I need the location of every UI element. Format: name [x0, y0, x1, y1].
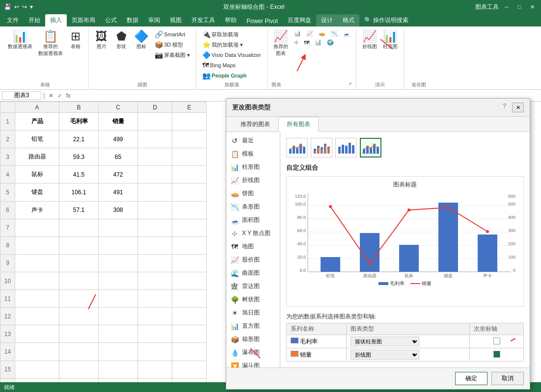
cell-r12-c1[interactable] [15, 308, 59, 325]
recommended-charts-button[interactable]: 📈 推荐的图表 [271, 29, 290, 58]
close-button[interactable]: ✕ [527, 2, 537, 12]
tab-help[interactable]: 帮助 [220, 14, 242, 26]
table-button[interactable]: ⊞ 表格 [67, 29, 84, 51]
tab-home[interactable]: 开始 [24, 14, 45, 26]
cell-r13-c2[interactable] [59, 325, 99, 343]
cell-r3-c2[interactable]: 59.3 [59, 148, 99, 166]
sidebar-item-funnel[interactable]: 🔽 漏斗图 [226, 359, 280, 367]
cell-r10-c5[interactable] [172, 272, 207, 289]
cell-r11-c5[interactable] [172, 290, 207, 308]
cell-r14-c3[interactable] [99, 343, 138, 361]
cell-r10-c1[interactable] [15, 272, 59, 289]
cell-r13-c1[interactable] [15, 325, 59, 343]
screenshot-button[interactable]: 📷屏幕截图 ▾ [153, 50, 192, 60]
sidebar-item-column[interactable]: 📊 柱形图 [226, 160, 280, 174]
col-header-c[interactable]: C [99, 102, 138, 113]
cell-r15-c1[interactable] [15, 361, 59, 378]
cell-r4-c3[interactable]: 472 [99, 166, 138, 183]
cell-r8-c4[interactable] [138, 236, 172, 254]
pivot-table-button[interactable]: 📊 数据透视表 [6, 29, 34, 51]
cancel-formula-icon[interactable]: ✕ [47, 92, 55, 99]
redo-icon[interactable]: ↪ [22, 3, 27, 10]
visio-button[interactable]: 🔷Visio Data Visualizer [200, 50, 263, 60]
cell-r5-c1[interactable]: 键盘 [15, 183, 59, 201]
sidebar-item-waterfall[interactable]: 💧 瀑布图 [226, 346, 280, 359]
dialog-close-button[interactable]: ✕ [512, 103, 524, 112]
cell-r1-c1[interactable]: 产品 [15, 113, 59, 131]
sidebar-item-map[interactable]: 🗺 地图 [226, 240, 280, 253]
tab-power-pivot[interactable]: Power Pivot [242, 16, 283, 26]
sidebar-item-area[interactable]: 🗻 面积图 [226, 213, 280, 227]
recommended-pivot-button[interactable]: 📋 推荐的数据透视表 [36, 29, 65, 58]
cell-r7-c3[interactable] [99, 219, 138, 236]
bar-chart-button[interactable]: 📉 [329, 29, 340, 38]
tab-page-layout[interactable]: 页面布局 [67, 14, 100, 26]
sidebar-item-recent[interactable]: ↺ 最近 [226, 134, 280, 147]
cell-r4-c2[interactable]: 41.5 [59, 166, 99, 183]
smart-art-button[interactable]: 🔗SmartArt [153, 29, 192, 39]
scatter-chart-button[interactable]: ⊹ [292, 38, 300, 47]
sparkline-line-button[interactable]: 📈 折线图 [360, 29, 379, 51]
cell-r1-c3[interactable]: 销量 [99, 113, 138, 131]
map-chart-button[interactable]: 🗺 [302, 38, 311, 47]
cell-r3-c4[interactable] [138, 148, 172, 166]
series-xiaoliang-checkbox[interactable] [493, 351, 500, 358]
chart-icon-1[interactable] [286, 138, 308, 157]
cell-r8-c3[interactable] [99, 236, 138, 254]
sidebar-item-pie[interactable]: 🥧 饼图 [226, 187, 280, 200]
sidebar-item-bar[interactable]: 📉 条形图 [226, 200, 280, 213]
name-box[interactable] [2, 91, 41, 100]
sidebar-item-box[interactable]: 📦 箱形图 [226, 333, 280, 346]
cell-r1-c5[interactable] [172, 113, 207, 131]
series-maoli-checkbox[interactable] [493, 338, 500, 344]
col-header-b[interactable]: B [59, 102, 99, 113]
series-xiaoliang-select[interactable]: 折线图 簇状柱形图 [351, 350, 419, 360]
column-chart-button[interactable]: 📊 [292, 29, 303, 38]
cell-r13-c5[interactable] [172, 325, 207, 343]
cell-r14-c1[interactable] [15, 343, 59, 361]
cell-r13-c4[interactable] [138, 325, 172, 343]
sidebar-item-line[interactable]: 📈 折线图 [226, 174, 280, 187]
cell-r2-c3[interactable]: 499 [99, 131, 138, 148]
col-header-e[interactable]: E [172, 102, 207, 113]
cell-r10-c4[interactable] [138, 272, 172, 289]
cell-r2-c5[interactable] [172, 131, 207, 148]
cell-r3-c1[interactable]: 路由器 [15, 148, 59, 166]
confirm-formula-icon[interactable]: ✓ [56, 92, 64, 99]
sidebar-item-histogram[interactable]: 📊 直方图 [226, 319, 280, 333]
cell-r5-c3[interactable]: 491 [99, 183, 138, 201]
cell-r1-c4[interactable] [138, 113, 172, 131]
people-graph-button[interactable]: 👥People Graph [200, 71, 263, 80]
cell-r9-c5[interactable] [172, 254, 207, 272]
sidebar-item-surface[interactable]: 🌊 曲面图 [226, 266, 280, 280]
cell-r10-c2[interactable] [59, 272, 99, 289]
cell-r15-c5[interactable] [172, 361, 207, 378]
sidebar-item-sunburst[interactable]: ☀ 旭日图 [226, 306, 280, 319]
cell-r9-c1[interactable] [15, 254, 59, 272]
minimize-button[interactable]: ─ [502, 2, 512, 12]
sparkline-bar-button[interactable]: 📊 柱形图 [381, 29, 400, 51]
col-header-a[interactable]: A [15, 102, 59, 113]
cell-r3-c3[interactable]: 65 [99, 148, 138, 166]
cell-r14-c5[interactable] [172, 343, 207, 361]
chart-icon-3[interactable] [335, 138, 357, 157]
tab-baidu[interactable]: 百度网盘 [283, 14, 316, 26]
insert-function-icon[interactable]: fx [65, 92, 72, 99]
cell-r11-c1[interactable] [15, 290, 59, 308]
my-addins-button[interactable]: ⭐我的加载项 ▾ [200, 40, 263, 50]
chart-icon-4[interactable] [360, 138, 381, 157]
line-chart-button[interactable]: 📈 [304, 29, 315, 38]
tab-search[interactable]: 🔍 操作说明搜索 [359, 14, 413, 26]
dialog-tab-all[interactable]: 所有图表 [278, 117, 319, 132]
cell-r11-c3[interactable] [99, 290, 138, 308]
cell-r9-c4[interactable] [138, 254, 172, 272]
cell-r15-c2[interactable] [59, 361, 99, 378]
sidebar-item-radar[interactable]: 🕸 雷达图 [226, 280, 280, 293]
cell-r14-c4[interactable] [138, 343, 172, 361]
3d-model-button[interactable]: 📦3D 模型 [153, 40, 192, 50]
cell-r5-c2[interactable]: 106.1 [59, 183, 99, 201]
bing-maps-button[interactable]: 🗺Bing Maps [200, 60, 263, 70]
dialog-question-icon[interactable]: ? [503, 103, 506, 112]
col-header-d[interactable]: D [138, 102, 172, 113]
cell-r12-c3[interactable] [99, 308, 138, 325]
